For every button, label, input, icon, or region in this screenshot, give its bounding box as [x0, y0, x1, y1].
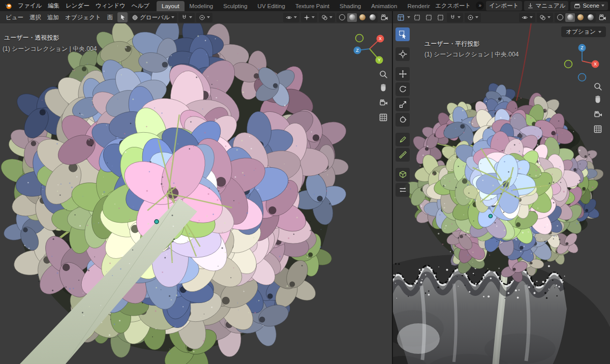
- select-mode-icon[interactable]: [435, 12, 445, 22]
- proportional-circle-icon: [199, 14, 205, 21]
- chevron-down-icon: [294, 16, 297, 18]
- move-tool-button[interactable]: [395, 67, 410, 81]
- workspace-tab-layout[interactable]: Layout: [157, 1, 185, 11]
- left-viewport-header: ビュー選択追加オブジェクト面 グローバル: [0, 11, 392, 23]
- proportional-edit-dropdown[interactable]: [196, 13, 212, 22]
- workspace-tab-uv-editing[interactable]: UV Editing: [253, 1, 290, 11]
- gizmos-dropdown[interactable]: [301, 13, 317, 22]
- right-viewport-header: [393, 11, 610, 23]
- viewport-menu-item[interactable]: 選択: [26, 11, 44, 23]
- rotate-tool-button[interactable]: [395, 82, 410, 96]
- download-icon: [527, 3, 534, 9]
- topbar-menu-item[interactable]: 編集: [45, 0, 63, 11]
- workspace-tabs: LayoutModelingSculptingUV EditingTexture…: [157, 0, 430, 11]
- selected-point-marker[interactable]: [489, 214, 492, 218]
- chevron-down-icon: [458, 16, 461, 18]
- workspace-tab-texture-paint[interactable]: Texture Paint: [290, 1, 334, 11]
- workspace-tab-animation[interactable]: Animation: [366, 1, 402, 11]
- viewport-right[interactable]: ZX オプション ユーザー・平行投影 (1) シーンコレクション | 中央.00…: [393, 11, 610, 364]
- render-view-icon[interactable]: [597, 12, 607, 22]
- chevron-down-icon: [171, 16, 174, 18]
- proportional-edit-dropdown[interactable]: [465, 13, 481, 22]
- orthographic-grid-icon[interactable]: [380, 114, 387, 121]
- shading-solid-button[interactable]: [347, 13, 357, 22]
- shading-solid-button[interactable]: [565, 13, 575, 22]
- viewport-menu-item[interactable]: ビュー: [3, 11, 26, 23]
- export-button-label: エクスポート: [435, 2, 471, 10]
- render-view-icon[interactable]: [379, 12, 389, 22]
- shading-wireframe-button[interactable]: [555, 13, 565, 22]
- chevron-down-icon: [475, 16, 478, 18]
- workspace-tab-rendering[interactable]: Rendering: [402, 1, 430, 11]
- shading-material-button[interactable]: [357, 13, 367, 22]
- snap-dropdown[interactable]: [447, 13, 463, 22]
- scale-tool-button[interactable]: [395, 98, 410, 111]
- shading-material-button[interactable]: [575, 13, 585, 22]
- viewport-left[interactable]: ビュー選択追加オブジェクト面 グローバル: [0, 11, 392, 364]
- viewport-menu-item[interactable]: 面: [104, 11, 116, 23]
- shading-mode-group: [337, 13, 378, 22]
- hydrangea-model: [0, 23, 349, 364]
- select-mode-icon[interactable]: [423, 12, 434, 22]
- shading-rendered-button[interactable]: [368, 13, 377, 22]
- visibility-dropdown[interactable]: [519, 13, 535, 22]
- transform-tool-button[interactable]: [395, 113, 410, 127]
- tweak-mode-icon[interactable]: [117, 12, 128, 22]
- annotate-tool-button[interactable]: [395, 133, 410, 146]
- navigation-gizmo[interactable]: XZY: [354, 35, 384, 64]
- viewport-menus: ビュー選択追加オブジェクト面: [3, 11, 116, 23]
- viewport-menu-item[interactable]: オブジェクト: [62, 11, 104, 23]
- transform-orientation-dropdown[interactable]: グローバル: [129, 13, 177, 22]
- overflow-chevron-icon[interactable]: »: [476, 2, 484, 10]
- hydrangea-model: [404, 80, 604, 284]
- export-button[interactable]: エクスポート: [432, 1, 474, 11]
- scene-selector[interactable]: Scene: [570, 2, 608, 10]
- curve-guide-line: [516, 23, 531, 101]
- workspace-tab-modeling[interactable]: Modeling: [185, 1, 219, 11]
- viewport-menu-item[interactable]: 追加: [44, 11, 62, 23]
- chevron-down-icon: [598, 31, 601, 33]
- blender-logo-icon[interactable]: [2, 2, 15, 10]
- snap-dropdown[interactable]: [178, 13, 195, 22]
- camera-view-icon[interactable]: [380, 100, 387, 105]
- topbar-menu-item[interactable]: ファイル: [15, 0, 45, 11]
- selected-point-marker[interactable]: [155, 220, 159, 224]
- svg-text:X: X: [379, 36, 382, 41]
- topbar-menu-item[interactable]: ヘルプ: [129, 0, 152, 11]
- editor-type-button[interactable]: [395, 12, 406, 22]
- topbar-menus: ファイル編集レンダーウィンドウヘルプ: [15, 0, 152, 11]
- zoom-icon[interactable]: [380, 71, 387, 78]
- visibility-dropdown[interactable]: [283, 13, 299, 22]
- select-mode-icon[interactable]: [412, 12, 422, 22]
- manual-button[interactable]: マニュアル: [524, 1, 569, 11]
- add-cube-tool-button[interactable]: [395, 168, 410, 181]
- shading-rendered-button[interactable]: [586, 13, 595, 22]
- magnet-icon: [449, 14, 456, 21]
- pan-hand-icon[interactable]: [596, 96, 600, 103]
- tweak-select-tool-button[interactable]: [395, 27, 410, 41]
- shear-tool-button[interactable]: [395, 183, 410, 197]
- shading-wireframe-button[interactable]: [337, 13, 347, 22]
- eye-icon: [522, 14, 528, 21]
- overlays-dropdown[interactable]: [537, 13, 553, 22]
- workspace-tab-sculpting[interactable]: Sculpting: [218, 1, 252, 11]
- scene-selector-label: Scene: [583, 3, 599, 9]
- orthographic-grid-icon[interactable]: [595, 126, 601, 133]
- topbar-menu-item[interactable]: レンダー: [63, 0, 93, 11]
- eye-icon: [286, 14, 292, 21]
- options-button-label: オプション: [566, 28, 596, 36]
- measure-tool-button[interactable]: [395, 148, 410, 162]
- import-button[interactable]: インポート: [486, 1, 522, 11]
- workspace-tab-shading[interactable]: Shading: [334, 1, 366, 11]
- viewport-3d-canvas-left[interactable]: XZY: [0, 23, 392, 364]
- pan-hand-icon[interactable]: [381, 84, 386, 92]
- topbar-menu-item[interactable]: ウィンドウ: [93, 0, 129, 11]
- options-button[interactable]: オプション: [561, 26, 606, 37]
- viewport-3d-canvas-right[interactable]: ZX: [393, 23, 610, 364]
- overlays-dropdown[interactable]: [319, 13, 335, 22]
- blender-window: ファイル編集レンダーウィンドウヘルプ LayoutModelingSculpti…: [0, 0, 610, 364]
- cursor-tool-button[interactable]: [395, 47, 410, 61]
- zoom-icon[interactable]: [595, 83, 601, 90]
- camera-view-icon[interactable]: [595, 111, 602, 116]
- navigation-gizmo[interactable]: ZX: [565, 44, 599, 81]
